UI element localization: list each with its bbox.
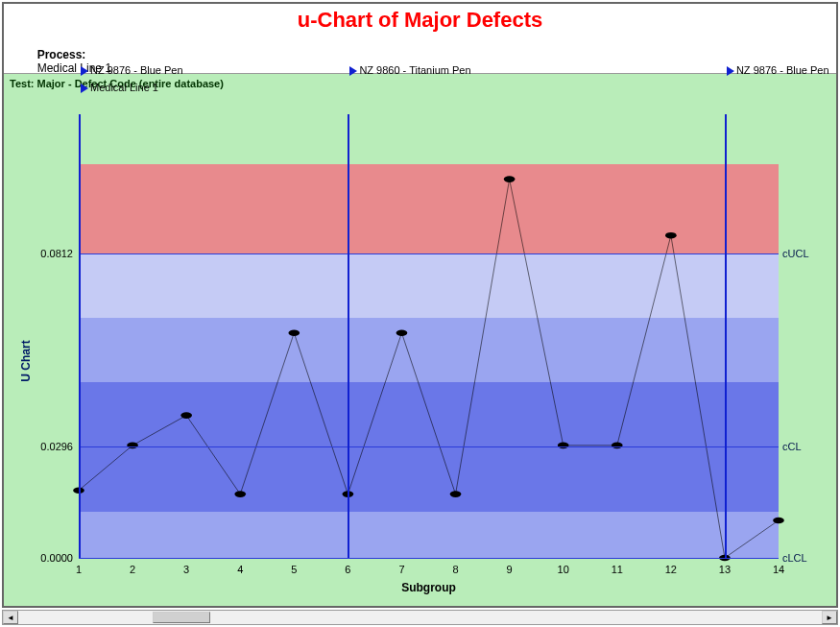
phase-label: NZ 9876 - Blue Pen bbox=[736, 64, 829, 76]
flag-icon bbox=[349, 66, 357, 76]
x-tick: 11 bbox=[612, 564, 623, 575]
cl-label: cCL bbox=[782, 441, 802, 452]
chart-window: u-Chart of Major Defects Process: Medica… bbox=[2, 2, 838, 608]
process-label: Process: bbox=[37, 48, 99, 61]
y-tick: 0.0296 bbox=[40, 441, 73, 452]
x-tick: 12 bbox=[665, 564, 677, 575]
y-tick: 0.0000 bbox=[40, 552, 73, 564]
data-point bbox=[450, 491, 462, 497]
lcl-label: cLCL bbox=[782, 552, 807, 564]
phase-line: NZ 9860 - Titanium Pen bbox=[348, 114, 349, 558]
data-point bbox=[504, 176, 516, 182]
x-tick: 14 bbox=[773, 564, 784, 575]
horizontal-scrollbar[interactable]: ◄ ► bbox=[2, 610, 838, 625]
x-tick: 5 bbox=[291, 564, 297, 575]
data-point bbox=[773, 518, 784, 524]
x-tick: 7 bbox=[398, 564, 404, 575]
y-axis-label: U Chart bbox=[19, 340, 33, 381]
y-tick: 0.0812 bbox=[40, 248, 73, 259]
scroll-track[interactable] bbox=[18, 611, 822, 624]
x-tick: 2 bbox=[130, 564, 135, 575]
plot-wrap: cUCLcCLcLCL0.08120.02960.000012345678910… bbox=[79, 114, 779, 558]
scroll-left-button[interactable]: ◄ bbox=[3, 611, 18, 624]
x-tick: 4 bbox=[237, 564, 243, 575]
plot-area: cUCLcCLcLCL0.08120.02960.000012345678910… bbox=[79, 164, 779, 558]
x-tick: 9 bbox=[507, 564, 513, 575]
data-point bbox=[234, 491, 246, 497]
x-tick: 10 bbox=[558, 564, 569, 575]
line-plot bbox=[79, 164, 779, 558]
x-tick: 3 bbox=[183, 564, 189, 575]
phase-line: NZ 9876 - Blue PenMedical Line 1 bbox=[79, 114, 81, 558]
control-line bbox=[79, 253, 779, 254]
data-point bbox=[288, 329, 300, 336]
phase-label: Medical Line 1 bbox=[90, 82, 158, 93]
scroll-right-button[interactable]: ► bbox=[822, 611, 837, 624]
scroll-thumb[interactable] bbox=[153, 612, 210, 623]
x-axis-label: Subgroup bbox=[79, 581, 779, 594]
data-point bbox=[180, 412, 192, 419]
chart-region: Test: Major - Defect Code (entire databa… bbox=[4, 73, 836, 606]
flag-icon bbox=[81, 66, 88, 76]
phase-label: NZ 9860 - Titanium Pen bbox=[359, 64, 470, 76]
control-line bbox=[79, 558, 779, 559]
data-point bbox=[665, 232, 677, 239]
flag-icon bbox=[81, 84, 88, 93]
ucl-label: cUCL bbox=[782, 248, 809, 259]
x-tick: 13 bbox=[719, 564, 731, 575]
chart-title: u-Chart of Major Defects bbox=[12, 8, 828, 33]
phase-line: NZ 9876 - Blue Pen bbox=[725, 114, 727, 558]
control-line bbox=[79, 446, 779, 447]
x-tick: 8 bbox=[452, 564, 458, 575]
data-point bbox=[396, 329, 408, 336]
flag-icon bbox=[727, 66, 734, 76]
x-tick: 1 bbox=[76, 564, 82, 575]
phase-label: NZ 9876 - Blue Pen bbox=[90, 64, 183, 76]
x-tick: 6 bbox=[345, 564, 350, 575]
